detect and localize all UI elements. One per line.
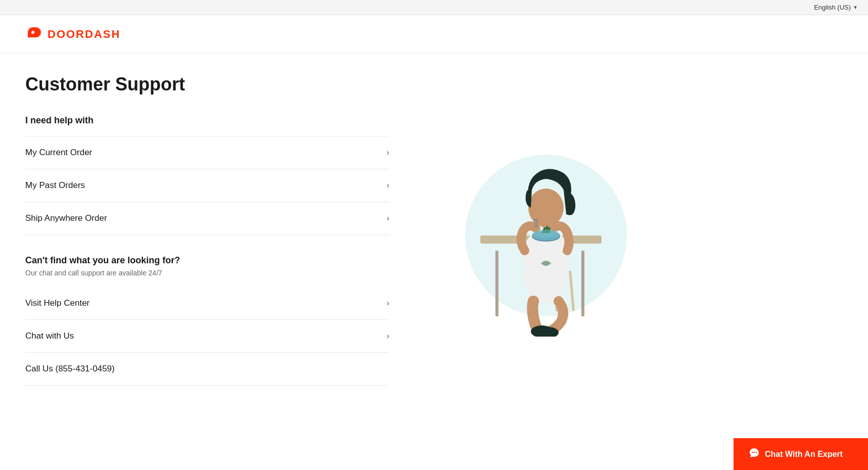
menu-item-past-orders-label: My Past Orders [25, 180, 85, 191]
menu-item-help-center-label: Visit Help Center [25, 298, 89, 308]
header: DOORDASH [0, 15, 868, 54]
language-label: English (US) [814, 4, 851, 11]
right-panel [389, 74, 682, 386]
svg-rect-2 [495, 251, 498, 316]
chat-bubble-icon [749, 447, 760, 461]
logo-text: DOORDASH [48, 28, 120, 41]
svg-point-16 [533, 229, 559, 238]
menu-item-call-us[interactable]: Call Us (855-431-0459) [25, 353, 389, 386]
menu-item-call-us-label: Call Us (855-431-0459) [25, 364, 115, 374]
menu-item-chat-with-us-label: Chat with Us [25, 331, 74, 341]
chat-expert-label: Chat With An Expert [765, 450, 843, 459]
cant-find-title: Can't find what you are looking for? [25, 255, 389, 266]
svg-point-21 [755, 452, 756, 453]
svg-point-0 [31, 31, 34, 34]
doordash-logo-icon [25, 25, 43, 43]
menu-item-current-order-label: My Current Order [25, 148, 92, 158]
menu-item-past-orders[interactable]: My Past Orders › [25, 169, 389, 202]
top-bar: English (US) ▼ [0, 0, 868, 15]
chat-expert-button[interactable]: Chat With An Expert [734, 438, 868, 470]
left-panel: Customer Support I need help with My Cur… [25, 74, 389, 386]
main-content: Customer Support I need help with My Cur… [0, 54, 708, 406]
logo[interactable]: DOORDASH [25, 25, 843, 43]
page-title: Customer Support [25, 74, 389, 95]
menu-item-current-order[interactable]: My Current Order › [25, 136, 389, 169]
menu-item-help-center[interactable]: Visit Help Center › [25, 287, 389, 320]
illustration [409, 84, 662, 337]
svg-point-20 [754, 452, 755, 453]
svg-point-9 [528, 189, 564, 227]
help-section-title: I need help with [25, 115, 389, 126]
menu-item-ship-anywhere[interactable]: Ship Anywhere Order › [25, 202, 389, 235]
svg-point-19 [752, 452, 753, 453]
cant-find-subtitle: Our chat and call support are available … [25, 269, 389, 277]
language-selector[interactable]: English (US) ▼ [814, 4, 858, 11]
menu-item-chat-with-us[interactable]: Chat with Us › [25, 320, 389, 353]
menu-item-ship-anywhere-label: Ship Anywhere Order [25, 213, 107, 223]
language-chevron-icon: ▼ [853, 5, 858, 10]
cant-find-section: Can't find what you are looking for? Our… [25, 255, 389, 277]
svg-rect-3 [581, 251, 584, 316]
